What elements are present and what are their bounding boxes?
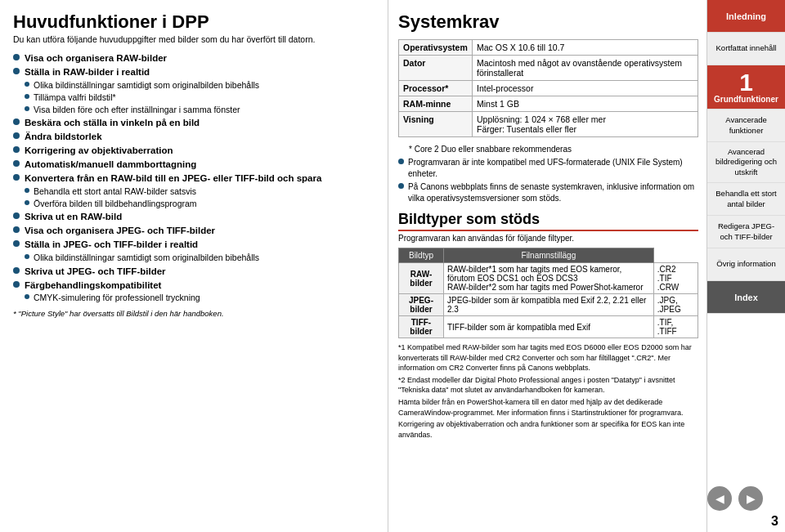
sub-feature-list: CMYK-simulering för professionell tryckn… [25, 293, 378, 304]
feature-label: Konvertera från en RAW-bild till en JPEG… [25, 172, 321, 185]
sysreq-label: RAM-minne [399, 96, 473, 112]
footnote-item: *1 Kompatibel med RAW-bilder som har tag… [398, 342, 698, 373]
sub-feature-item: Visa bilden före och efter inställningar… [25, 105, 378, 116]
sub-feature-label: Behandla ett stort antal RAW-bilder sats… [34, 186, 196, 198]
feature-label: Färgbehandlingskompatibilitet [25, 279, 161, 292]
sub-feature-label: Olika bildinställningar samtidigt som or… [34, 80, 259, 92]
row-type: JPEG-bilder [399, 294, 444, 316]
feature-item: Ställa in JPEG- och TIFF-bilder i realti… [13, 239, 378, 251]
prev-button[interactable]: ◀ [707, 486, 732, 511]
bildtyper-intro: Programvaran kan användas för följande f… [398, 234, 698, 243]
feature-item: Konvertera från en RAW-bild till en JPEG… [13, 172, 378, 185]
sub-feature-label: Visa bilden före och efter inställningar… [34, 105, 240, 116]
sub-bullet-dot [25, 294, 29, 299]
feature-item: Skriva ut JPEG- och TIFF-bilder [13, 266, 378, 278]
feature-item: Beskära och ställa in vinkeln på en bild [13, 117, 378, 129]
sub-feature-item: Tillämpa valfri bildstil* [25, 92, 378, 104]
sidebar-item-redigera[interactable]: Redigera JPEG- och TIFF-bilder [707, 216, 785, 248]
sub-feature-label: Tillämpa valfri bildstil* [34, 92, 116, 104]
sysreq-row: DatorMacintosh med något av ovanstående … [399, 56, 698, 81]
bullet-dot [13, 118, 20, 125]
sub-bullet-dot [25, 94, 29, 99]
feature-label: Korrigering av objektivaberration [25, 145, 173, 157]
sub-bullet-dot [25, 200, 29, 205]
row-desc: RAW-bilder*1 som har tagits med EOS kame… [443, 263, 653, 294]
sys-note: På Canons webbplats finns de senaste sys… [398, 181, 698, 204]
bullet-dot [13, 160, 20, 167]
page-number: 3 [707, 511, 785, 532]
sidebar-item-inledning[interactable]: Inledning [707, 0, 785, 33]
bullet-dot [13, 281, 20, 288]
sysreq-row: RAM-minneMinst 1 GB [399, 96, 698, 112]
feature-label: Visa och organisera RAW-bilder [25, 52, 167, 65]
note-dot [398, 159, 404, 164]
feature-item: Automatisk/manuell dammborttagning [13, 159, 378, 171]
row-type: TIFF-bilder [399, 316, 444, 338]
bullet-dot [13, 132, 20, 139]
sub-feature-list: Olika bildinställningar samtidigt som or… [25, 80, 378, 115]
bullet-dot [13, 240, 20, 247]
feature-list: Visa och organisera RAW-bilderStälla in … [13, 52, 378, 304]
sysreq-row: OperativsystemMac OS X 10.6 till 10.7 [399, 40, 698, 56]
note-dot [398, 183, 404, 189]
bullet-dot [13, 267, 20, 274]
feature-item: Skriva ut en RAW-bild [13, 211, 378, 223]
page-subtitle: Du kan utföra följande huvuduppgifter me… [13, 34, 378, 44]
footnote-item: Hämta bilder från en PowerShot-kamera ti… [398, 397, 698, 418]
sidebar-item-avancerad-bildredigering[interactable]: Avancerad bildredigering och utskrift [707, 142, 785, 183]
col-bildtyp: Bildtyp [399, 248, 444, 263]
sub-feature-item: Överföra bilden till bildbehandlingsprog… [25, 199, 378, 210]
next-button[interactable]: ▶ [738, 486, 763, 511]
feature-label: Ställa in RAW-bilder i realtid [25, 66, 150, 78]
feature-label: Skriva ut JPEG- och TIFF-bilder [25, 266, 166, 278]
table-footnotes: *1 Kompatibel med RAW-bilder som har tag… [398, 342, 698, 440]
table-row: JPEG-bilderJPEG-bilder som är kompatibla… [399, 294, 698, 316]
sidebar-item-grundfunktioner[interactable]: 1 Grundfunktioner [707, 65, 785, 110]
center-content: Systemkrav OperativsystemMac OS X 10.6 t… [388, 0, 707, 532]
sub-bullet-dot [25, 106, 29, 111]
sub-feature-item: Olika bildinställningar samtidigt som or… [25, 80, 378, 92]
feature-label: Skriva ut en RAW-bild [25, 211, 122, 223]
bullet-dot [13, 174, 20, 181]
feature-label: Automatisk/manuell dammborttagning [25, 159, 196, 171]
sub-bullet-dot [25, 188, 29, 193]
bildtyper-title: Bildtyper som stöds [398, 211, 698, 231]
sidebar-item-ovrig[interactable]: Övrig information [707, 248, 785, 281]
sub-feature-item: Olika bildinställningar samtidigt som or… [25, 253, 378, 264]
feature-item: Ställa in RAW-bilder i realtid [13, 66, 378, 78]
note-text: Programvaran är inte kompatibel med UFS-… [408, 157, 698, 180]
feature-label: Beskära och ställa in vinkeln på en bild [25, 117, 200, 129]
sidebar-item-behandla[interactable]: Behandla ett stort antal bilder [707, 183, 785, 216]
sysreq-label: Processor* [399, 81, 473, 96]
sidebar-item-avancerade[interactable]: Avancerade funktioner [707, 110, 785, 142]
note-text: * Core 2 Duo eller snabbare rekommendera… [409, 144, 572, 155]
row-type: RAW-bilder [399, 263, 444, 294]
row-desc: TIFF-bilder som är kompatibla med Exif [443, 316, 653, 338]
sysreqs-title: Systemkrav [398, 11, 698, 33]
row-ext: .CR2 .TIF .CRW [653, 263, 698, 294]
sysreq-label: Visning [399, 112, 473, 137]
bullet-dot [13, 54, 20, 60]
sys-note: Programvaran är inte kompatibel med UFS-… [398, 157, 698, 180]
feature-label: Ändra bildstorlek [25, 131, 102, 143]
sysreq-value: Mac OS X 10.6 till 10.7 [473, 40, 698, 56]
sub-feature-list: Behandla ett stort antal RAW-bilder sats… [25, 186, 378, 209]
footnote-item: Korrigering av objektivaberration och an… [398, 419, 698, 440]
sub-bullet-dot [25, 82, 29, 87]
feature-item: Korrigering av objektivaberration [13, 145, 378, 157]
feature-item: Visa och organisera JPEG- och TIFF-bilde… [13, 225, 378, 237]
table-row: TIFF-bilderTIFF-bilder som är kompatibla… [399, 316, 698, 338]
row-ext: .TIF, .TIFF [653, 316, 698, 338]
page-title: Huvudfunktioner i DPP [13, 11, 378, 33]
col-filanm: Filnamnstillägg [443, 248, 653, 263]
feature-item: Visa och organisera RAW-bilder [13, 52, 378, 65]
sub-feature-item: CMYK-simulering för professionell tryckn… [25, 293, 378, 304]
note-text: På Canons webbplats finns de senaste sys… [408, 181, 698, 204]
row-ext: .JPG, .JPEG [653, 294, 698, 316]
sys-notes: * Core 2 Duo eller snabbare rekommendera… [398, 144, 698, 204]
nav-arrows: ◀ ▶ [707, 486, 785, 511]
sidebar-item-index[interactable]: Index [707, 281, 785, 314]
table-row: RAW-bilderRAW-bilder*1 som har tagits me… [399, 263, 698, 294]
sidebar-item-kortfattat[interactable]: Kortfattat innehåll [707, 33, 785, 65]
main-content: Huvudfunktioner i DPP Du kan utföra följ… [0, 0, 388, 532]
